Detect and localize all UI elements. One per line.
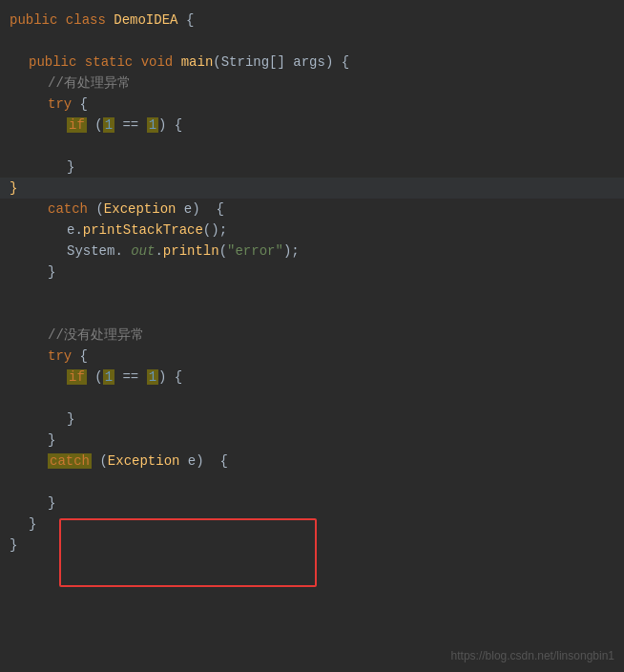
code-line-9: } [0,178,624,199]
code-line-23 [0,472,624,493]
watermark: https://blog.csdn.net/linsongbin1 [451,649,614,662]
code-line-21: } [0,430,624,451]
code-line-12: System. out.println("error"); [0,241,624,262]
code-line-22: catch (Exception e) { [0,451,624,472]
code-line-18: if (1 == 1) { [0,367,624,388]
code-line-20: } [0,409,624,430]
code-line-4: //有处理异常 [0,73,624,94]
code-line-14 [0,283,624,304]
code-line-26: } [0,535,624,556]
code-line-16: //没有处理异常 [0,325,624,346]
code-line-15 [0,304,624,325]
code-line-3: public static void main(String[] args) { [0,52,624,73]
code-line-5: try { [0,94,624,115]
code-line-19 [0,388,624,409]
code-line-10: catch (Exception e) { [0,199,624,220]
code-line-2 [0,31,624,52]
code-line-1: public class DemoIDEA { [0,10,624,31]
code-line-8: } [0,157,624,178]
code-line-6: if (1 == 1) { [0,115,624,136]
code-line-17: try { [0,346,624,367]
code-line-13: } [0,262,624,283]
code-line-7 [0,136,624,157]
code-editor: public class DemoIDEA { public static vo… [0,0,624,672]
code-line-11: e.printStackTrace(); [0,220,624,241]
code-line-24: } [0,493,624,514]
code-line-25: } [0,514,624,535]
